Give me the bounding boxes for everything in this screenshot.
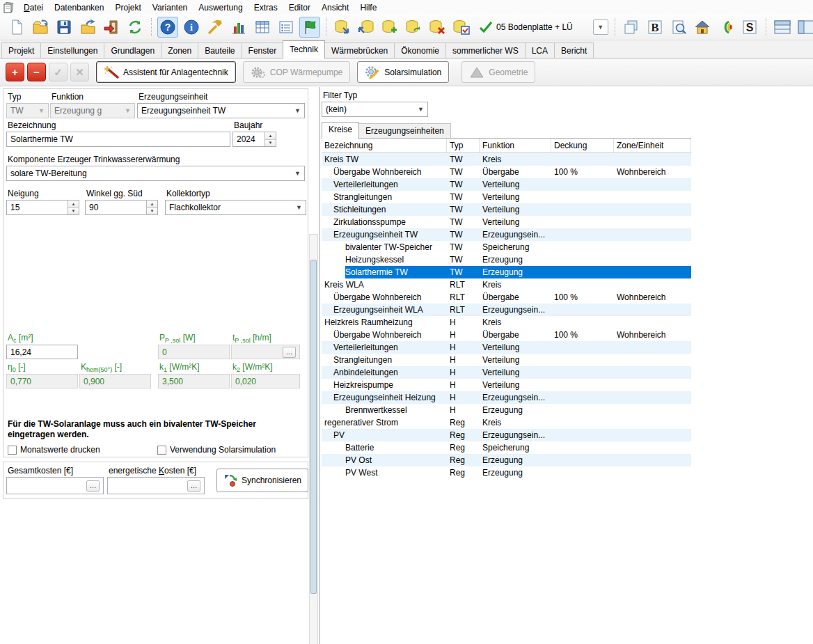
tab-wärmebrücken[interactable]: Wärmebrücken: [324, 42, 395, 58]
menu-projekt[interactable]: Projekt: [109, 1, 146, 14]
stepper-up-icon[interactable]: ▲: [147, 201, 157, 208]
list-details-icon[interactable]: [276, 17, 297, 38]
table-row[interactable]: PVRegErzeugungsein...: [322, 429, 691, 441]
column-header-funktion[interactable]: Funktion: [480, 139, 551, 152]
open-file-icon[interactable]: [77, 17, 98, 38]
flag-icon[interactable]: [299, 17, 320, 38]
table-row[interactable]: Solarthermie TWTWErzeugung: [322, 266, 691, 278]
menu-varianten[interactable]: Varianten: [147, 1, 193, 14]
refresh-icon[interactable]: [125, 17, 145, 38]
column-header-bezeichnung[interactable]: Bezeichnung: [322, 139, 447, 152]
tab-grundlagen[interactable]: Grundlagen: [104, 42, 161, 58]
bezeichnung-input[interactable]: Solarthermie TW: [6, 132, 230, 147]
copy-pages-icon[interactable]: [621, 17, 642, 38]
winkel-stepper[interactable]: 90 ▲▼: [85, 200, 158, 215]
database-refresh-icon[interactable]: [403, 17, 424, 38]
table-row[interactable]: Erzeugungseinheit HeizungHErzeugungsein.…: [322, 391, 691, 404]
panel-divider[interactable]: [319, 87, 320, 644]
table-row[interactable]: HeizkreispumpeHVerteilung: [322, 379, 691, 391]
baujahr-stepper[interactable]: 2024 ▲▼: [232, 132, 276, 147]
table-row[interactable]: StichleitungenTWVerteilung: [322, 203, 691, 216]
tab-projekt[interactable]: Projekt: [1, 42, 41, 58]
table-row[interactable]: PV WestRegErzeugung: [322, 466, 691, 479]
stepper-up-icon[interactable]: ▲: [68, 201, 79, 208]
database-add-icon[interactable]: [379, 17, 400, 38]
tab-bericht[interactable]: Bericht: [554, 42, 594, 58]
synchronize-button[interactable]: Synchronisieren: [216, 469, 308, 492]
energetische-kosten-input[interactable]: …: [107, 477, 205, 494]
s-icon[interactable]: S: [739, 17, 760, 38]
remove-button[interactable]: −: [27, 63, 46, 81]
open-project-icon[interactable]: [30, 17, 51, 38]
building-icon[interactable]: [692, 17, 713, 38]
tab-erzeugungseinheiten[interactable]: Erzeugungseinheiten: [358, 123, 451, 139]
menu-editor[interactable]: Editor: [283, 1, 316, 14]
neigung-stepper[interactable]: 15 ▲▼: [6, 200, 79, 215]
column-header-typ[interactable]: Typ: [447, 139, 480, 152]
new-document-icon[interactable]: [6, 17, 27, 38]
tab-bauteile[interactable]: Bauteile: [198, 42, 242, 58]
table-row[interactable]: Übergabe WohnbereichRLTÜbergabe100 %Wohn…: [322, 291, 691, 304]
table-row[interactable]: PV OstRegErzeugung: [322, 454, 691, 466]
solar-simulation-button[interactable]: Solarsimulation: [357, 61, 449, 83]
checkbox-monatswerte-drucken[interactable]: Monatswerte drucken: [8, 445, 100, 455]
table-row[interactable]: Erzeugungseinheit WLARLTErzeugungsein...: [322, 304, 691, 316]
print-preview-icon[interactable]: [668, 17, 689, 38]
table-row[interactable]: StrangleitungenTWVerteilung: [322, 191, 691, 203]
checkbox-verwendung-solarsimulation[interactable]: Verwendung Solarsimulation: [157, 445, 276, 455]
tab-zonen[interactable]: Zonen: [161, 42, 198, 58]
stepper-down-icon[interactable]: ▼: [68, 208, 79, 215]
ellipsis-button[interactable]: …: [283, 347, 296, 358]
stepper-down-icon[interactable]: ▼: [265, 140, 276, 147]
database-delete-icon[interactable]: [427, 17, 448, 38]
table-row[interactable]: bivalenter TW-SpeicherTWSpeicherung: [322, 241, 691, 253]
info-icon[interactable]: i: [181, 17, 202, 38]
database-check-icon[interactable]: [450, 17, 471, 38]
komponente-select[interactable]: solare TW-Bereitung▼: [6, 166, 305, 181]
table-row[interactable]: BrennwertkesselHErzeugung: [322, 404, 691, 416]
column-header-deckung[interactable]: Deckung: [551, 139, 614, 152]
tab-einstellungen[interactable]: Einstellungen: [40, 42, 104, 58]
assistant-button[interactable]: Assistent für Anlagentechnik: [96, 61, 236, 83]
save-icon[interactable]: [54, 17, 74, 38]
settings-wrench-icon[interactable]: [205, 17, 226, 38]
checkbox-box[interactable]: [8, 446, 17, 455]
filter-typ-select[interactable]: (kein)▼: [322, 102, 428, 117]
table-row[interactable]: Übergabe WohnbereichHÜbergabe100 %Wohnbe…: [322, 329, 691, 341]
table-row[interactable]: HeizungskesselTWErzeugung: [322, 253, 691, 266]
table-row[interactable]: Kreis TWTWKreis: [322, 153, 691, 166]
menu-datenbanken[interactable]: Datenbanken: [49, 1, 109, 14]
param-field[interactable]: 16,24: [6, 345, 78, 359]
scrollbar-thumb[interactable]: [310, 260, 317, 594]
tab-ökonomie[interactable]: Ökonomie: [394, 42, 446, 58]
left-panel-scrollbar[interactable]: [309, 234, 318, 644]
ellipsis-button[interactable]: …: [187, 480, 200, 492]
menu-auswertung[interactable]: Auswertung: [193, 1, 248, 14]
column-header-zone-einheit[interactable]: Zone/Einheit: [614, 139, 691, 152]
add-button[interactable]: +: [6, 63, 24, 81]
tab-lca[interactable]: LCA: [525, 42, 555, 58]
split-vertical-icon[interactable]: [796, 17, 813, 38]
menu-datei[interactable]: Datei: [18, 1, 49, 14]
table-row[interactable]: StrangleitungenHVerteilung: [322, 354, 691, 366]
split-horizontal-icon[interactable]: [772, 17, 793, 38]
tab-kreise[interactable]: Kreise: [322, 122, 359, 139]
menu-hilfe[interactable]: Hilfe: [354, 1, 382, 14]
table-row[interactable]: VerteilerleitungenTWVerteilung: [322, 178, 691, 191]
tab-sommerlicher-ws[interactable]: sommerlicher WS: [445, 42, 526, 58]
database-import-icon[interactable]: [356, 17, 377, 38]
table-row[interactable]: regenerativer StromRegKreis: [322, 416, 691, 429]
database-export-icon[interactable]: [332, 17, 353, 38]
variant-dropdown[interactable]: ▼: [593, 19, 608, 35]
checkbox-box[interactable]: [157, 446, 166, 455]
bold-icon[interactable]: B: [645, 17, 665, 38]
tab-fenster[interactable]: Fenster: [242, 42, 284, 58]
table-row[interactable]: Heizkreis RaumheizungHKreis: [322, 316, 691, 329]
table-icon[interactable]: [252, 17, 273, 38]
ellipsis-button[interactable]: …: [86, 480, 100, 492]
table-row[interactable]: Erzeugungseinheit TWTWErzeugungsein...: [322, 228, 691, 241]
stepper-down-icon[interactable]: ▼: [147, 208, 157, 215]
energy-certificate-icon[interactable]: [716, 17, 736, 38]
table-row[interactable]: AnbindeleitungenHVerteilung: [322, 366, 691, 379]
exit-icon[interactable]: [101, 17, 122, 38]
